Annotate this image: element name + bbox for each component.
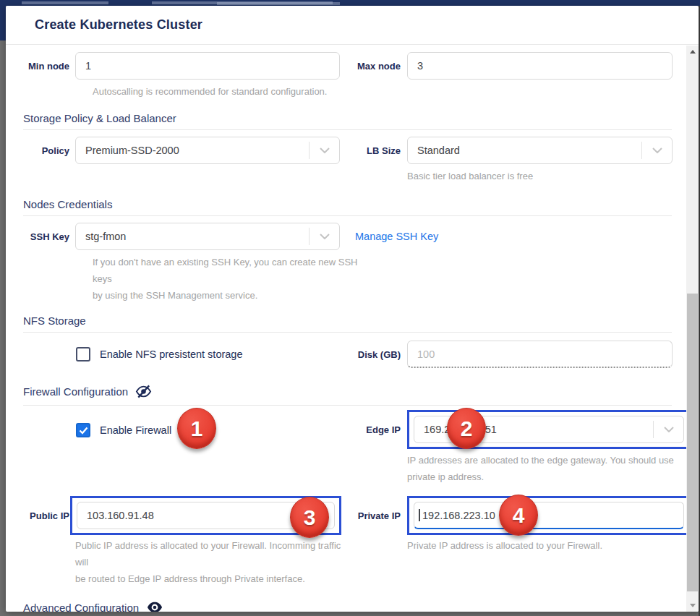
disk-gb-label: Disk (GB) bbox=[349, 349, 401, 360]
lb-helper-row: Basic tier load balancer is free bbox=[6, 168, 686, 184]
chevron-down-icon bbox=[653, 421, 683, 438]
private-ip-input[interactable] bbox=[414, 502, 684, 529]
node-count-row: Min node Max node bbox=[6, 52, 686, 80]
ip-helper-row: Public IP address is allocated to your F… bbox=[6, 537, 686, 587]
ssh-key-label: SSH Key bbox=[23, 231, 69, 242]
section-title-credentials: Nodes Credentials bbox=[23, 198, 112, 210]
eye-off-icon[interactable] bbox=[135, 383, 152, 400]
public-ip-helper-text: Public IP address is allocated to your F… bbox=[75, 537, 346, 587]
manage-ssh-key-link[interactable]: Manage SSH Key bbox=[355, 231, 438, 242]
edge-ip-label: Edge IP bbox=[349, 424, 401, 435]
private-ip-helper-text: Private IP address is allocated to your … bbox=[407, 537, 682, 554]
firewall-checkbox[interactable] bbox=[76, 423, 90, 437]
chevron-down-icon bbox=[309, 228, 339, 245]
lb-size-label: LB Size bbox=[349, 145, 401, 156]
policy-select-value: Premium-SSD-2000 bbox=[76, 145, 179, 156]
min-node-label: Min node bbox=[23, 61, 69, 72]
section-title-nfs: NFS Storage bbox=[23, 315, 86, 327]
section-advanced: Advanced Configuration bbox=[23, 599, 672, 612]
triangle-up-icon bbox=[690, 50, 696, 54]
section-title-firewall: Firewall Configuration bbox=[23, 385, 128, 398]
public-ip-label: Public IP bbox=[23, 510, 69, 521]
header-remnant bbox=[217, 2, 340, 5]
policy-lb-row: Policy Premium-SSD-2000 LB Size Standard bbox=[6, 137, 686, 164]
lb-helper-text: Basic tier load balancer is free bbox=[407, 168, 682, 184]
eye-icon[interactable] bbox=[146, 599, 163, 612]
nfs-row: Enable NFS presistent storage Disk (GB) bbox=[6, 341, 686, 368]
chevron-down-icon bbox=[309, 142, 339, 159]
ssh-helper-row: If you don't have an existing SSH Key, y… bbox=[6, 254, 686, 304]
max-node-input[interactable] bbox=[407, 52, 673, 80]
lb-size-select-value: Standard bbox=[408, 145, 460, 156]
edge-ip-helper-row: IP addresses are allocated to the edge g… bbox=[6, 452, 686, 485]
firewall-checkbox-label: Enable Firewall bbox=[100, 424, 171, 436]
private-ip-highlight bbox=[407, 496, 686, 535]
section-firewall: Firewall Configuration bbox=[23, 383, 672, 406]
create-kubernetes-cluster-dialog: Create Kubernetes Cluster Min node Max n… bbox=[6, 6, 699, 612]
policy-select[interactable]: Premium-SSD-2000 bbox=[75, 137, 340, 164]
policy-label: Policy bbox=[23, 145, 69, 156]
node-helper-row: Autoscalling is recommended for standard… bbox=[6, 83, 686, 100]
section-title-storage-lb: Storage Policy & Load Balancer bbox=[23, 112, 176, 124]
page-header-strip bbox=[0, 0, 700, 6]
max-node-label: Max node bbox=[349, 61, 401, 72]
edge-ip-helper-text: IP addresses are allocated to the edge g… bbox=[407, 452, 682, 485]
nfs-storage-checkbox[interactable] bbox=[76, 347, 90, 362]
section-title-advanced: Advanced Configuration bbox=[23, 602, 139, 612]
dialog-title: Create Kubernetes Cluster bbox=[35, 17, 202, 33]
lb-size-select[interactable]: Standard bbox=[407, 137, 673, 164]
ssh-key-select-value: stg-fmon bbox=[76, 231, 126, 242]
chevron-down-icon bbox=[641, 142, 672, 159]
firewall-row: Enable Firewall Edge IP 169.254.100.51 1… bbox=[6, 410, 686, 450]
section-credentials: Nodes Credentials bbox=[23, 198, 672, 216]
dialog-body: Min node Max node Autoscalling is recomm… bbox=[6, 46, 686, 612]
private-ip-label: Private IP bbox=[349, 510, 401, 521]
page-sidebar-edge bbox=[0, 6, 6, 40]
callout-badge-3: 3 bbox=[290, 497, 329, 538]
callout-badge-1: 1 bbox=[177, 408, 216, 449]
ssh-key-row: SSH Key stg-fmon Manage SSH Key bbox=[6, 223, 686, 250]
modal-scrollbar[interactable] bbox=[686, 46, 699, 612]
section-nfs: NFS Storage bbox=[23, 315, 672, 333]
ssh-key-select[interactable]: stg-fmon bbox=[75, 223, 340, 250]
callout-badge-2: 2 bbox=[447, 408, 486, 449]
callout-badge-4: 4 bbox=[499, 495, 538, 536]
section-storage-lb: Storage Policy & Load Balancer bbox=[23, 112, 672, 130]
nfs-checkbox-label: Enable NFS presistent storage bbox=[100, 348, 242, 360]
scroll-down-button[interactable] bbox=[686, 599, 699, 612]
disk-gb-input[interactable] bbox=[407, 341, 673, 368]
scrollbar-thumb[interactable] bbox=[687, 294, 698, 591]
scroll-up-button[interactable] bbox=[686, 46, 699, 58]
ssh-helper-text: If you don't have an existing SSH Key, y… bbox=[93, 254, 362, 304]
text-caret bbox=[419, 509, 420, 521]
dialog-header: Create Kubernetes Cluster bbox=[6, 6, 699, 45]
autoscaling-helper-text: Autoscalling is recommended for standard… bbox=[93, 83, 362, 100]
min-node-input[interactable] bbox=[75, 52, 340, 80]
ip-row: Public IP Private IP 3 4 bbox=[6, 496, 686, 535]
header-remnant bbox=[22, 1, 108, 4]
triangle-down-icon bbox=[690, 604, 696, 607]
